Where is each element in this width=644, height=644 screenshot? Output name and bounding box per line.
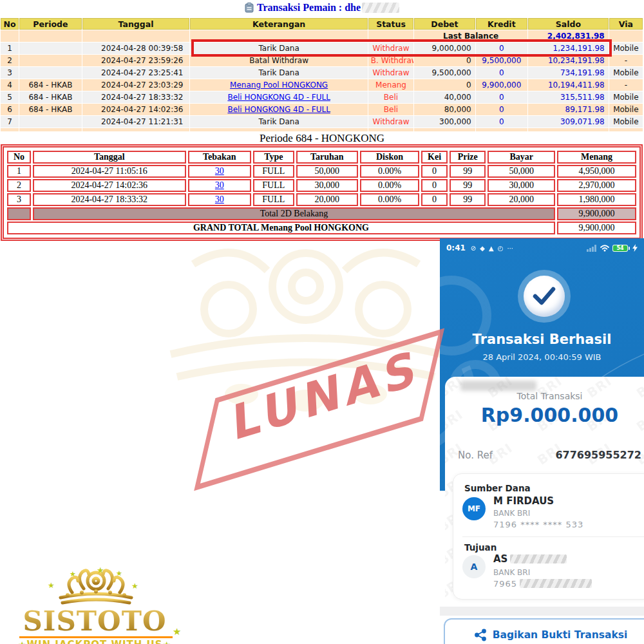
alarm-off-icon: ⊘ xyxy=(471,245,476,252)
gold-crown-watermark xyxy=(132,225,480,431)
column-header: Kredit xyxy=(476,18,527,30)
total-amount: Rp9.000.000 xyxy=(445,404,644,426)
column-header: Tebakan xyxy=(188,151,251,164)
share-button-label: Bagikan Bukti Transaksi xyxy=(493,629,628,641)
battery-icon: 54 xyxy=(612,245,630,252)
destination-avatar: A xyxy=(462,555,486,578)
keterangan-link[interactable]: Beli HONGKONG 4D - FULL xyxy=(227,105,330,114)
charging-bolt-icon xyxy=(632,244,638,252)
sistoto-logo: ★ ★ ★ ★ ★ ★ SISTOTO ★WIN JACKPOT WITH US… xyxy=(14,565,187,644)
table-bottom-strip xyxy=(1,128,643,131)
source-name: M FIRDAUS xyxy=(493,495,554,507)
transaction-row: 22024-04-27 23:59:26Batal WithdrawB. Wit… xyxy=(1,55,643,66)
column-header: Status xyxy=(368,18,413,30)
share-icon xyxy=(474,629,487,641)
signal-icon xyxy=(587,244,597,252)
page-title: Transaksi Pemain : dhe xyxy=(0,2,644,14)
share-button-area: Bagikan Bukti Transaksi xyxy=(440,616,644,644)
battery-level: 54 xyxy=(612,245,628,252)
transaction-row: 32024-04-27 23:25:41Tarik DanaWithdraw9,… xyxy=(1,67,643,79)
lunas-stamp-text: LUNAS xyxy=(182,330,463,462)
status-time: 0:41 xyxy=(446,243,466,252)
redacted-player-name xyxy=(362,3,399,13)
page-title-text: Transaksi Pemain : dhe xyxy=(257,2,361,13)
more-icon: ⋯ xyxy=(507,245,513,252)
total-label: Total 2D Belakang xyxy=(33,207,555,220)
redaction-smudge xyxy=(460,381,536,391)
transaction-row: 5684 - HKAB2024-04-27 18:33:32Beli HONGK… xyxy=(1,91,643,103)
column-header: Saldo xyxy=(528,18,609,30)
column-header: Prize xyxy=(450,151,486,164)
compass-icon: ◴ xyxy=(498,245,504,252)
warning-icon: ▲ xyxy=(489,245,494,252)
wifi-icon xyxy=(600,244,610,252)
last-balance-label: Last Balance xyxy=(414,30,527,42)
keterangan-link[interactable]: Beli HONGKONG 4D - FULL xyxy=(227,93,330,102)
lunas-stamp: LUNAS xyxy=(173,298,484,533)
lunas-stamp-border xyxy=(194,328,444,491)
accounts-card: Sumber Dana MF M FIRDAUS BANK BRI 7196 *… xyxy=(453,473,644,600)
transaction-row: 72024-04-27 11:21:31Tarik DanaWithdraw30… xyxy=(1,116,643,128)
success-check-icon xyxy=(524,276,565,317)
redacted-destination-name xyxy=(510,554,567,564)
period-title: Periode 684 - HONGKONG xyxy=(0,132,644,145)
bet-table: NoTanggalTebakanTypeTaruhanDiskonKeiPriz… xyxy=(5,149,638,236)
grand-total-label: GRAND TOTAL Menang Pool HONGKONG xyxy=(7,222,555,234)
transactions-header-row: NoPeriodeTanggalKeteranganStatusDebetKre… xyxy=(1,18,643,30)
transactions-icon xyxy=(245,3,254,13)
status-bar: 0:41 ⊘ ◆ ▲ ◴ ⋯ xyxy=(440,241,644,255)
bet-header-row: NoTanggalTebakanTypeTaruhanDiskonKeiPriz… xyxy=(7,151,636,164)
source-section-label: Sumber Dana xyxy=(464,483,531,493)
column-header: Keterangan xyxy=(190,18,367,30)
column-header: Type xyxy=(253,151,294,164)
transaction-datetime: 28 April 2024, 00:40:59 WIB xyxy=(440,352,644,362)
tebakan-link[interactable]: 30 xyxy=(215,194,224,204)
drop-icon: ◆ xyxy=(480,245,485,252)
notification-icons: ⊘ ◆ ▲ ◴ ⋯ xyxy=(471,245,514,252)
success-title: Transaksi Berhasil xyxy=(440,332,644,347)
total-value: 9,900,000 xyxy=(557,207,636,220)
transaction-row: 4684 - HKAB2024-04-27 23:03:29Menang Poo… xyxy=(1,79,643,91)
column-header: No xyxy=(1,18,19,30)
bet-table-frame: NoTanggalTebakanTypeTaruhanDiskonKeiPriz… xyxy=(1,144,643,241)
tebakan-link[interactable]: 30 xyxy=(215,166,224,176)
transactions-table: NoPeriodeTanggalKeteranganStatusDebetKre… xyxy=(0,17,643,132)
star-icon: ★ xyxy=(18,639,27,644)
share-receipt-button[interactable]: Bagikan Bukti Transaksi xyxy=(444,618,644,644)
destination-account: 7965 xyxy=(493,579,592,589)
column-header: Periode xyxy=(19,18,81,30)
grand-total-value: 9,900,000 xyxy=(557,222,636,234)
tebakan-link[interactable]: 30 xyxy=(215,180,224,190)
bet-row: 22024-04-27 14:02:3630FULL30,0000.00%099… xyxy=(7,179,636,192)
total-row: Total 2D Belakang9,900,000 xyxy=(7,207,636,220)
column-header: Menang xyxy=(557,151,636,164)
column-header: Kei xyxy=(421,151,448,164)
last-balance-value: 2,402,831.98 xyxy=(528,30,609,42)
grand-total-row: GRAND TOTAL Menang Pool HONGKONG9,900,00… xyxy=(7,222,636,234)
keterangan-link[interactable]: Menang Pool HONGKONG xyxy=(230,80,328,90)
column-header: Diskon xyxy=(360,151,419,164)
column-header: No xyxy=(7,151,31,164)
ref-label: No. Ref xyxy=(458,450,493,461)
section-gap xyxy=(440,607,644,616)
column-header: Debet xyxy=(414,18,475,30)
receipt-screenshot: 0:41 ⊘ ◆ ▲ ◴ ⋯ xyxy=(440,238,644,644)
star-icon: ★ xyxy=(163,639,172,644)
redacted-destination-account xyxy=(520,579,592,588)
source-bank: BANK BRI xyxy=(493,509,530,518)
brand-underline xyxy=(19,636,173,638)
divider xyxy=(462,536,644,537)
brand-tagline: ★WIN JACKPOT WITH US★ xyxy=(14,639,175,644)
transaction-row: 6684 - HKAB2024-04-27 14:02:36Beli HONGK… xyxy=(1,104,643,115)
page: Transaksi Pemain : dhe NoPeriodeTanggalK… xyxy=(0,0,644,644)
last-balance-row: Last Balance2,402,831.98 xyxy=(1,30,643,42)
ref-value: 677695955272 xyxy=(555,449,641,461)
column-header: Tanggal xyxy=(82,18,190,30)
receipt-card: BRIBRIBRIBRIBRIBRIBRIBRIBRIBRIBRIBRIBRIB… xyxy=(445,377,644,607)
column-header: Tanggal xyxy=(33,151,186,164)
transaction-row: 12024-04-28 00:39:58Tarik DanaWithdraw9,… xyxy=(1,43,643,54)
source-account: 7196 **** **** 533 xyxy=(493,520,583,529)
destination-name: AS xyxy=(493,553,567,565)
total-transaction-label: Total Transaksi xyxy=(445,391,644,401)
destination-bank: BANK BRI xyxy=(493,568,530,577)
